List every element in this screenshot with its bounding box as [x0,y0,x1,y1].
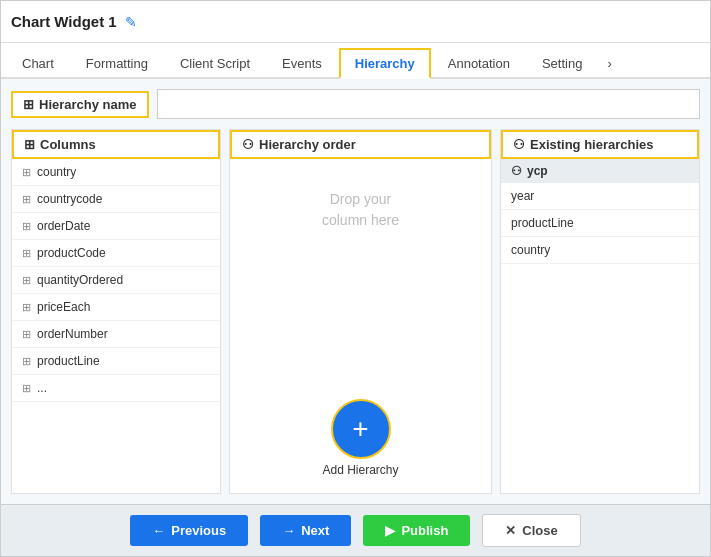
hierarchy-order-icon: ⚇ [242,137,254,152]
group-icon: ⚇ [511,164,522,178]
column-type-icon: ⊞ [22,247,31,260]
column-type-icon: ⊞ [22,355,31,368]
add-hierarchy-button[interactable]: + [331,399,391,459]
main-content: ⊞ Hierarchy name ⊞ Columns ⊞country⊞coun… [1,79,710,504]
column-type-icon: ⊞ [22,328,31,341]
tab-settings[interactable]: Setting [527,49,597,77]
existing-icon: ⚇ [513,137,525,152]
app-container: Chart Widget 1 ✎ ChartFormattingClient S… [0,0,711,557]
tab-bar: ChartFormattingClient ScriptEventsHierar… [1,43,710,79]
next-button[interactable]: → Next [260,515,351,546]
hierarchy-group-header[interactable]: ⚇ ycp [501,159,699,183]
next-label: Next [301,523,329,538]
column-type-icon: ⊞ [22,382,31,395]
list-item[interactable]: ⊞orderNumber [12,321,220,348]
list-item[interactable]: productLine [501,210,699,237]
page-title: Chart Widget 1 [11,13,117,30]
next-icon: → [282,523,295,538]
edit-icon[interactable]: ✎ [125,14,137,30]
tab-annotation[interactable]: Annotation [433,49,525,77]
list-item[interactable]: ⊞priceEach [12,294,220,321]
previous-button[interactable]: ← Previous [130,515,248,546]
list-item[interactable]: ⊞... [12,375,220,402]
tab-formatting[interactable]: Formatting [71,49,163,77]
publish-icon: ▶ [385,523,395,538]
drop-text: Drop your column here [322,189,399,231]
columns-icon: ⊞ [24,137,35,152]
column-type-icon: ⊞ [22,193,31,206]
add-hierarchy-wrapper: + Add Hierarchy [230,399,491,477]
hierarchy-name-row: ⊞ Hierarchy name [11,89,700,119]
list-item[interactable]: country [501,237,699,264]
existing-hierarchies-body: ⚇ ycp yearproductLinecountry [501,159,699,493]
publish-button[interactable]: ▶ Publish [363,515,470,546]
close-label: Close [522,523,557,538]
tab-more-icon[interactable]: › [599,50,619,77]
close-icon: ✕ [505,523,516,538]
list-item[interactable]: ⊞productLine [12,348,220,375]
list-item[interactable]: ⊞country [12,159,220,186]
drop-zone[interactable]: Drop your column here [230,159,491,379]
prev-label: Previous [171,523,226,538]
column-type-icon: ⊞ [22,274,31,287]
column-type-icon: ⊞ [22,220,31,233]
hierarchy-items-list: yearproductLinecountry [501,183,699,264]
add-hierarchy-label: Add Hierarchy [322,463,398,477]
list-item[interactable]: year [501,183,699,210]
existing-hierarchies-header: ⚇ Existing hierarchies [501,130,699,159]
columns-area: ⊞ Columns ⊞country⊞countrycode⊞orderDate… [11,129,700,494]
columns-panel: ⊞ Columns ⊞country⊞countrycode⊞orderDate… [11,129,221,494]
existing-hierarchies-panel: ⚇ Existing hierarchies ⚇ ycp yearproduct… [500,129,700,494]
list-item[interactable]: ⊞productCode [12,240,220,267]
list-item[interactable]: ⊞countrycode [12,186,220,213]
title-bar: Chart Widget 1 ✎ [1,1,710,43]
tab-events[interactable]: Events [267,49,337,77]
tab-client_script[interactable]: Client Script [165,49,265,77]
columns-panel-header: ⊞ Columns [12,130,220,159]
hierarchy-order-panel: ⚇ Hierarchy order Drop your column here … [229,129,492,494]
columns-list: ⊞country⊞countrycode⊞orderDate⊞productCo… [12,159,220,493]
hierarchy-name-input[interactable] [157,89,700,119]
hierarchy-name-label: ⊞ Hierarchy name [11,91,149,118]
close-button[interactable]: ✕ Close [482,514,580,547]
hierarchy-order-header: ⚇ Hierarchy order [230,130,491,159]
prev-icon: ← [152,523,165,538]
footer: ← Previous → Next ▶ Publish ✕ Close [1,504,710,556]
column-type-icon: ⊞ [22,166,31,179]
list-item[interactable]: ⊞orderDate [12,213,220,240]
tab-chart[interactable]: Chart [7,49,69,77]
column-type-icon: ⊞ [22,301,31,314]
tab-hierarchy[interactable]: Hierarchy [339,48,431,79]
list-item[interactable]: ⊞quantityOrdered [12,267,220,294]
publish-label: Publish [401,523,448,538]
hierarchy-icon: ⊞ [23,97,34,112]
